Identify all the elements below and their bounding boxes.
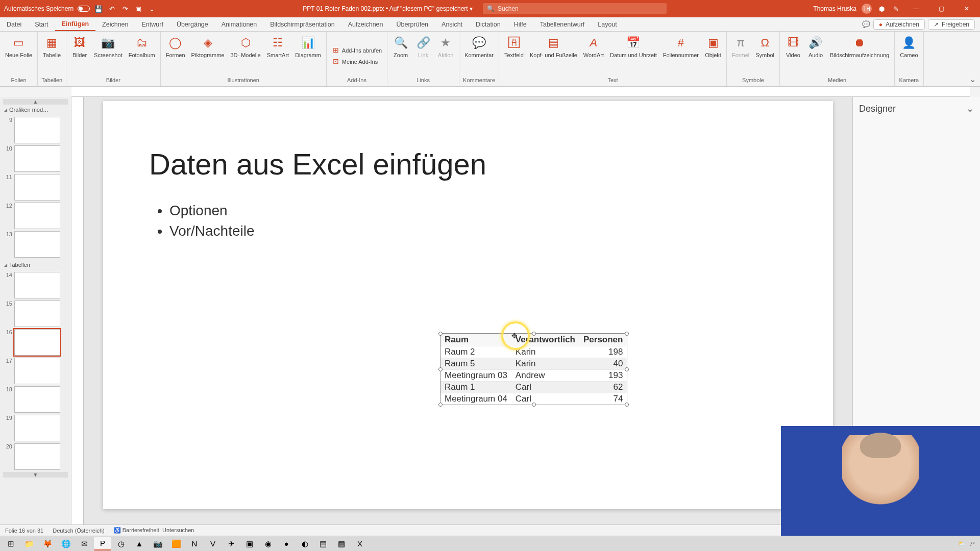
taskbar-app-icon[interactable]: ▤	[314, 537, 332, 550]
pen-mode-icon[interactable]: ✎	[891, 4, 900, 13]
aktion-button[interactable]: ★Aktion	[435, 34, 456, 59]
video-button[interactable]: 🎞Video	[783, 34, 803, 59]
tab-zeichnen[interactable]: Zeichnen	[95, 17, 135, 31]
selection-handle[interactable]	[438, 332, 443, 336]
taskbar-app-icon[interactable]: ◷	[112, 537, 130, 550]
system-tray[interactable]: ⛅ 7°	[958, 540, 978, 547]
taskbar-obs-icon[interactable]: ◉	[259, 537, 277, 550]
foliennummer-button[interactable]: #Foliennummer	[661, 34, 701, 59]
minimize-button[interactable]: —	[905, 0, 926, 17]
accessibility-status[interactable]: ♿ Barrierefreiheit: Untersuchen	[114, 527, 194, 534]
neue-folie-button[interactable]: ▭Neue Folie	[3, 34, 34, 59]
close-button[interactable]: ✕	[957, 0, 977, 17]
taskbar-visio-icon[interactable]: V	[204, 537, 222, 550]
tab-ansicht[interactable]: Ansicht	[435, 17, 469, 31]
language-status[interactable]: Deutsch (Österreich)	[53, 528, 104, 534]
slide-thumbnail[interactable]: 11	[3, 174, 68, 201]
datum-button[interactable]: 📅Datum und Uhrzeit	[608, 34, 659, 59]
formel-button[interactable]: πFormel	[730, 34, 751, 59]
comments-pane-icon[interactable]: 💬	[862, 20, 870, 28]
slide-thumbnail[interactable]: 18	[3, 386, 68, 413]
3d-modelle-button[interactable]: ⬡3D- Modelle	[228, 34, 262, 59]
slide-thumbnail[interactable]: 20	[3, 443, 68, 470]
excel-table-object[interactable]: Raum Verantwortlich Personen Raum 2Karin…	[440, 333, 627, 405]
tabelle-button[interactable]: ▦Tabelle	[41, 34, 63, 59]
thumbs-scroll-down[interactable]: ▼	[3, 472, 68, 478]
fotoalbum-button[interactable]: 🗂Fotoalbum	[127, 34, 157, 59]
slide[interactable]: Daten aus Excel einfügen Optionen Vor/Na…	[103, 101, 833, 509]
selection-handle[interactable]	[625, 332, 629, 336]
user-name[interactable]: Thomas Hruska	[813, 5, 856, 12]
user-avatar[interactable]: TH	[862, 4, 872, 14]
redo-icon[interactable]: ↷	[120, 4, 130, 13]
piktogramme-button[interactable]: ◈Piktogramme	[189, 34, 227, 59]
start-button[interactable]: ⊞	[2, 537, 19, 550]
wordart-button[interactable]: AWordArt	[581, 34, 606, 59]
taskbar-explorer-icon[interactable]: 📁	[20, 537, 38, 550]
selection-handle[interactable]	[438, 367, 443, 371]
slide-thumbnail[interactable]: 13	[3, 231, 68, 258]
slide-bullets[interactable]: Optionen Vor/Nachteile	[169, 201, 255, 243]
tab-dictation[interactable]: Dictation	[469, 17, 507, 31]
slide-thumbnail[interactable]: 14	[3, 272, 68, 298]
taskbar-firefox-icon[interactable]: 🦊	[39, 537, 56, 550]
save-icon[interactable]: 💾	[94, 4, 103, 13]
taskbar-app-icon[interactable]: ▣	[241, 537, 258, 550]
more-qat-icon[interactable]: ⌄	[147, 4, 156, 13]
link-button[interactable]: 🔗Link	[413, 34, 433, 59]
kommentar-button[interactable]: 💬Kommentar	[462, 34, 496, 59]
slide-counter[interactable]: Folie 16 von 31	[5, 528, 43, 534]
record-button[interactable]: ●Aufzeichnen	[873, 19, 925, 30]
tab-entwurf[interactable]: Entwurf	[135, 17, 170, 31]
taskbar-outlook-icon[interactable]: ✉	[76, 537, 93, 550]
zoom-button[interactable]: 🔍Zoom	[390, 34, 411, 59]
selection-handle[interactable]	[438, 403, 443, 407]
undo-icon[interactable]: ↶	[107, 4, 116, 13]
selection-handle[interactable]	[532, 332, 536, 336]
slide-thumbnails-pane[interactable]: ▲ Grafiken mod… 910111213 Tabellen 14151…	[0, 97, 71, 524]
section-grafiken[interactable]: Grafiken mod…	[3, 105, 68, 115]
document-title[interactable]: PPT 01 Roter Faden 002.pptx • Auf "diese…	[303, 5, 473, 12]
chevron-down-icon[interactable]: ⌄	[966, 103, 974, 114]
slide-thumbnail[interactable]: 17	[3, 358, 68, 384]
smartart-button[interactable]: ☷SmartArt	[265, 34, 291, 59]
tab-aufzeichnen[interactable]: Aufzeichnen	[341, 17, 390, 31]
section-tabellen[interactable]: Tabellen	[3, 260, 68, 270]
taskbar-vlc-icon[interactable]: ▲	[131, 537, 148, 550]
diagramm-button[interactable]: 📊Diagramm	[293, 34, 323, 59]
taskbar-telegram-icon[interactable]: ✈	[223, 537, 240, 550]
taskbar-app-icon[interactable]: ◐	[296, 537, 313, 550]
slide-thumbnail[interactable]: 10	[3, 145, 68, 172]
screenshot-button[interactable]: 📷Screenshot	[92, 34, 125, 59]
share-button[interactable]: ↗Freigeben	[928, 19, 975, 30]
taskbar-app-icon[interactable]: ▦	[333, 537, 350, 550]
textfeld-button[interactable]: 🄰Textfeld	[502, 34, 526, 59]
slide-thumbnail[interactable]: 12	[3, 203, 68, 229]
tab-hilfe[interactable]: Hilfe	[507, 17, 533, 31]
taskbar-onenote-icon[interactable]: N	[186, 537, 203, 550]
taskbar-powerpoint-icon[interactable]: P	[94, 537, 111, 550]
tab-bildschirmpraesentation[interactable]: Bildschirmpräsentation	[263, 17, 341, 31]
tab-uebergaenge[interactable]: Übergänge	[170, 17, 215, 31]
slide-thumbnail[interactable]: 9	[3, 117, 68, 143]
tab-datei[interactable]: Datei	[0, 17, 28, 31]
autosave-toggle[interactable]	[78, 6, 90, 12]
taskbar-app-icon[interactable]: 📷	[149, 537, 166, 550]
selection-handle[interactable]	[625, 367, 629, 371]
weather-icon[interactable]: ⛅	[958, 540, 965, 547]
formen-button[interactable]: ◯Formen	[164, 34, 187, 59]
slide-thumbnail[interactable]: 19	[3, 415, 68, 441]
tab-animationen[interactable]: Animationen	[215, 17, 264, 31]
tab-layout[interactable]: Layout	[591, 17, 624, 31]
search-input[interactable]	[498, 5, 663, 12]
bilder-button[interactable]: 🖼Bilder	[69, 34, 90, 59]
taskbar-excel-icon[interactable]: X	[351, 537, 369, 550]
thumbs-scroll-up[interactable]: ▲	[3, 99, 68, 105]
selection-handle[interactable]	[532, 403, 536, 407]
selection-handle[interactable]	[625, 403, 629, 407]
kopfzeile-button[interactable]: ▤Kopf- und Fußzeile	[528, 34, 579, 59]
search-box[interactable]: 🔍	[483, 3, 667, 14]
tab-ueberpruefen[interactable]: Überprüfen	[390, 17, 435, 31]
addins-abrufen-button[interactable]: ⊞Add-Ins abrufen	[330, 45, 384, 55]
taskbar-chrome-icon[interactable]: 🌐	[57, 537, 75, 550]
